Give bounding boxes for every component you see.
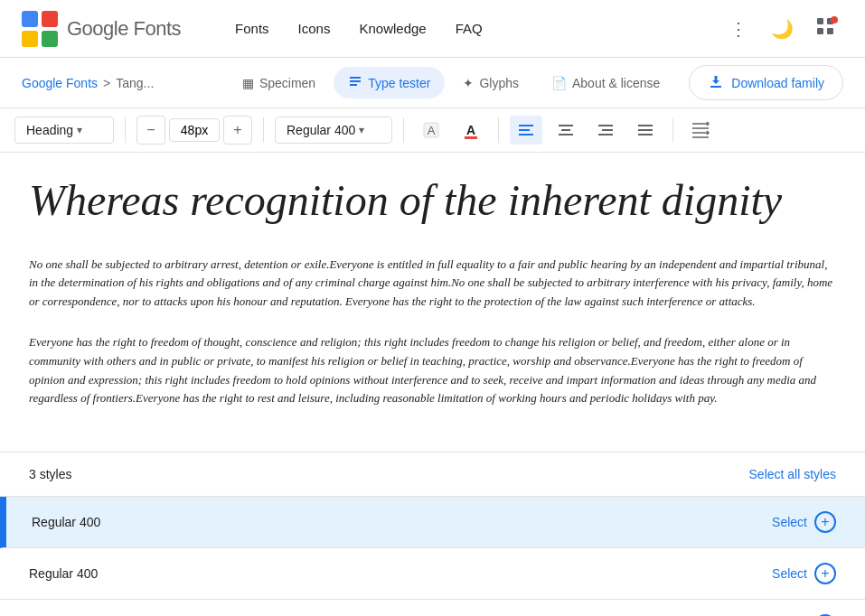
selected-accent-bar xyxy=(3,497,6,547)
weight-value: Regular 400 xyxy=(287,123,355,137)
plus-icon: + xyxy=(233,122,241,138)
nav-faq[interactable]: FAQ xyxy=(445,14,494,43)
align-center-button[interactable] xyxy=(550,116,582,145)
text-color-icon: A xyxy=(461,120,481,140)
increase-size-button[interactable]: + xyxy=(223,116,252,145)
size-control: − + xyxy=(136,116,252,145)
preview-area: Whereas recognition of the inherent dign… xyxy=(0,153,865,453)
breadcrumb-home[interactable]: Google Fonts xyxy=(22,76,98,90)
svg-rect-3 xyxy=(42,31,58,47)
style-name-1: Regular 400 xyxy=(32,515,100,529)
svg-rect-1 xyxy=(42,11,58,27)
divider-5 xyxy=(672,117,673,143)
select-label-2: Select xyxy=(772,566,807,581)
style-select-button-2[interactable]: Select + xyxy=(772,563,836,584)
select-label-1: Select xyxy=(772,515,807,529)
breadcrumb-nav: Google Fonts > Tang... ▦ Specimen Type t… xyxy=(0,58,865,108)
justify-button[interactable] xyxy=(629,116,662,145)
glyphs-icon: ✦ xyxy=(463,76,474,90)
style-row-1[interactable]: Regular 400 Select + xyxy=(0,497,865,548)
type-tester-icon xyxy=(348,74,362,91)
styles-header: 3 styles Select all styles xyxy=(0,453,865,497)
svg-rect-6 xyxy=(817,28,823,34)
background-color-button[interactable]: A xyxy=(415,116,447,145)
select-all-styles-link[interactable]: Select all styles xyxy=(749,467,836,481)
breadcrumb-separator: > xyxy=(103,76,110,90)
select-plus-icon-1: + xyxy=(814,511,836,533)
styles-section: 3 styles Select all styles Regular 400 S… xyxy=(0,453,865,616)
sentence-type-chevron: ▾ xyxy=(77,124,82,136)
more-options-button[interactable]: ⋮ xyxy=(720,11,757,47)
svg-rect-2 xyxy=(22,31,38,47)
line-spacing-button[interactable] xyxy=(684,116,717,145)
divider-3 xyxy=(403,117,404,143)
nav-icon-group: ⋮ 🌙 xyxy=(720,11,843,47)
tab-specimen-label: Specimen xyxy=(259,76,315,90)
svg-text:A: A xyxy=(428,124,436,137)
toolbar: Heading ▾ − + Regular 400 ▾ A A xyxy=(0,108,865,153)
tab-about-label: About & license xyxy=(572,76,660,90)
style-row-3[interactable]: Regular 400 Select + xyxy=(0,600,865,616)
style-name-2: Regular 400 xyxy=(29,566,98,581)
logo-text: Google Fonts xyxy=(67,17,181,41)
nav-links: Fonts Icons Knowledge FAQ xyxy=(224,14,691,43)
tab-specimen[interactable]: ▦ Specimen xyxy=(228,69,330,98)
divider-2 xyxy=(263,117,264,143)
download-icon xyxy=(708,73,724,92)
theme-icon: 🌙 xyxy=(771,18,794,40)
tab-type-tester-label: Type tester xyxy=(368,76,430,90)
align-right-icon xyxy=(597,121,615,139)
google-fonts-logo-icon xyxy=(22,11,58,47)
weight-select[interactable]: Regular 400 ▾ xyxy=(275,117,392,144)
align-left-button[interactable] xyxy=(510,116,542,145)
select-plus-icon-2: + xyxy=(814,563,836,584)
preview-heading-text[interactable]: Whereas recognition of the inherent dign… xyxy=(29,174,836,227)
styles-count: 3 styles xyxy=(29,467,71,481)
nav-knowledge[interactable]: Knowledge xyxy=(348,14,437,43)
specimen-icon: ▦ xyxy=(242,76,254,90)
style-row-2[interactable]: Regular 400 Select + xyxy=(0,548,865,600)
sentence-type-select[interactable]: Heading ▾ xyxy=(14,117,114,144)
weight-chevron: ▾ xyxy=(359,124,364,136)
preview-body-text-2[interactable]: Everyone has the right to freedom of tho… xyxy=(29,333,836,408)
top-nav: Google Fonts Fonts Icons Knowledge FAQ ⋮… xyxy=(0,0,865,58)
divider-1 xyxy=(125,117,126,143)
svg-rect-15 xyxy=(465,136,477,139)
notification-dot xyxy=(831,16,838,23)
line-spacing-icon xyxy=(691,120,710,140)
apps-button[interactable] xyxy=(807,11,843,47)
nav-icons[interactable]: Icons xyxy=(287,14,342,43)
download-family-button[interactable]: Download family xyxy=(689,65,843,100)
svg-rect-0 xyxy=(22,11,38,27)
breadcrumb-current: Tang... xyxy=(116,76,154,90)
tab-glyphs-label: Glyphs xyxy=(479,76,519,90)
tab-glyphs[interactable]: ✦ Glyphs xyxy=(448,69,533,98)
decrease-size-button[interactable]: − xyxy=(136,116,165,145)
justify-icon xyxy=(636,121,654,139)
theme-toggle-button[interactable]: 🌙 xyxy=(764,11,800,47)
svg-rect-7 xyxy=(827,28,833,34)
nav-fonts[interactable]: Fonts xyxy=(224,14,280,43)
style-select-button-1[interactable]: Select + xyxy=(772,511,836,533)
size-input[interactable] xyxy=(169,118,220,142)
about-icon: 📄 xyxy=(551,76,567,90)
align-center-icon xyxy=(557,121,575,139)
highlight-icon: A xyxy=(421,120,441,140)
preview-body-text-1[interactable]: No one shall be subjected to arbitrary a… xyxy=(29,256,836,312)
sentence-type-value: Heading xyxy=(26,123,73,137)
align-left-icon xyxy=(517,121,535,139)
svg-text:A: A xyxy=(466,123,475,137)
text-color-button[interactable]: A xyxy=(455,116,487,145)
divider-4 xyxy=(498,117,499,143)
logo-area: Google Fonts xyxy=(22,11,181,47)
more-icon: ⋮ xyxy=(729,18,747,40)
download-family-label: Download family xyxy=(731,76,824,90)
tab-group: ▦ Specimen Type tester ✦ Glyphs 📄 About … xyxy=(228,65,843,100)
svg-rect-4 xyxy=(817,18,823,24)
align-right-button[interactable] xyxy=(589,116,622,145)
tab-about[interactable]: 📄 About & license xyxy=(537,69,674,98)
tab-type-tester[interactable]: Type tester xyxy=(334,67,445,98)
minus-icon: − xyxy=(146,122,155,138)
